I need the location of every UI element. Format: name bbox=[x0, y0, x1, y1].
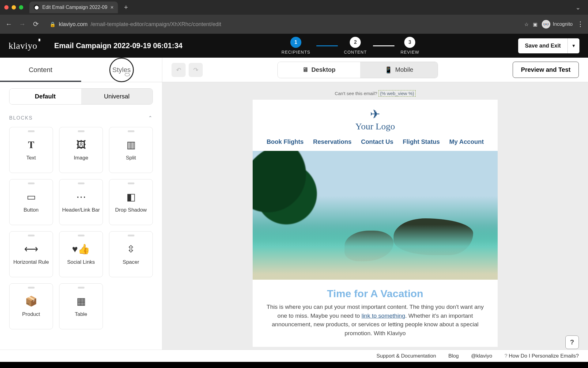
template-tag[interactable]: {% web_view %} bbox=[379, 90, 416, 97]
forward-button[interactable]: → bbox=[18, 20, 27, 29]
back-button[interactable]: ← bbox=[4, 20, 13, 29]
block-spacer[interactable]: ⇳Spacer bbox=[109, 231, 153, 277]
block-split[interactable]: ▥Split bbox=[109, 127, 153, 173]
lock-icon: 🔒 bbox=[50, 21, 56, 27]
email-headline[interactable]: Time for A Vacation bbox=[253, 280, 498, 303]
block-icon: ◧ bbox=[126, 191, 136, 203]
url-path: /email-template-editor/campaign/XhXRhc/c… bbox=[91, 21, 221, 28]
email-nav-link[interactable]: Reservations bbox=[313, 138, 352, 145]
block-label: Spacer bbox=[123, 259, 139, 265]
block-label: Split bbox=[126, 155, 136, 161]
footer-help-link[interactable]: ? How Do I Personalize Emails? bbox=[504, 353, 579, 359]
block-icon: ⋯ bbox=[76, 191, 86, 203]
email-nav-link[interactable]: Contact Us bbox=[361, 138, 394, 145]
profile-incognito[interactable]: 👓 Incognito bbox=[542, 20, 573, 29]
block-image[interactable]: 🖼Image bbox=[59, 127, 103, 173]
block-icon: ♥👍 bbox=[72, 243, 90, 255]
block-table[interactable]: ▦Table bbox=[59, 283, 103, 329]
step-recipients[interactable]: 1 RECIPIENTS bbox=[281, 37, 310, 55]
preview-and-test-button[interactable]: Preview and Test bbox=[513, 62, 579, 78]
segment-universal-button[interactable]: Universal bbox=[81, 89, 153, 104]
blocks-section-header[interactable]: BLOCKS ⌃ bbox=[9, 115, 153, 121]
block-icon: 🖼 bbox=[76, 139, 86, 151]
device-mobile-button[interactable]: 📱 Mobile bbox=[360, 62, 438, 78]
save-dropdown-button[interactable]: ▼ bbox=[567, 38, 579, 53]
body-link[interactable]: link to something bbox=[361, 312, 405, 319]
block-label: Horizontal Rule bbox=[13, 259, 49, 265]
drag-grip-icon bbox=[28, 287, 35, 289]
footer-link-support[interactable]: Support & Documentation bbox=[376, 353, 436, 359]
reload-button[interactable]: ⟳ bbox=[31, 20, 40, 29]
email-preview[interactable]: ✈ Your Logo Book FlightsReservationsCont… bbox=[253, 100, 498, 347]
email-nav-link[interactable]: Flight Status bbox=[403, 138, 440, 145]
email-nav-link[interactable]: My Account bbox=[449, 138, 484, 145]
email-nav-link[interactable]: Book Flights bbox=[266, 138, 303, 145]
block-social-links[interactable]: ♥👍Social Links bbox=[59, 231, 103, 277]
email-nav-bar[interactable]: Book FlightsReservationsContact UsFlight… bbox=[253, 135, 498, 151]
browser-menu-icon[interactable]: ⋮ bbox=[577, 20, 584, 28]
drag-grip-icon bbox=[78, 235, 85, 236]
blocks-grid: 𝐓Text🖼Image▥Split▭Button⋯Header/Link Bar… bbox=[9, 127, 153, 329]
mobile-icon: 📱 bbox=[385, 66, 392, 74]
window-bottom-gap bbox=[0, 362, 588, 368]
block-drop-shadow[interactable]: ◧Drop Shadow bbox=[109, 179, 153, 225]
paper-plane-icon: ✈ bbox=[253, 107, 498, 121]
wave-illustration bbox=[253, 224, 498, 280]
footer-link-blog[interactable]: Blog bbox=[448, 353, 459, 359]
maximize-window-icon[interactable] bbox=[19, 5, 23, 10]
block-text[interactable]: 𝐓Text bbox=[9, 127, 53, 173]
step-content[interactable]: 2 CONTENT bbox=[344, 37, 367, 55]
minimize-window-icon[interactable] bbox=[12, 5, 16, 10]
incognito-icon: 👓 bbox=[542, 20, 550, 29]
save-button-group: Save and Exit ▼ bbox=[518, 38, 579, 53]
new-tab-button[interactable]: + bbox=[121, 3, 131, 11]
browser-tab[interactable]: ⬤ Edit Email Campaign 2022-09 × bbox=[29, 2, 118, 13]
sidebar-tabs: Content Styles ⬭ bbox=[0, 58, 162, 82]
url-input[interactable]: 🔒 klaviyo.com/email-template-editor/camp… bbox=[45, 18, 520, 30]
block-button[interactable]: ▭Button bbox=[9, 179, 53, 225]
block-label: Header/Link Bar bbox=[62, 207, 100, 213]
tab-overflow-icon[interactable]: ⌄ bbox=[572, 4, 584, 11]
block-label: Table bbox=[75, 311, 87, 317]
chevron-up-icon: ⌃ bbox=[148, 115, 153, 121]
block-icon: ▥ bbox=[126, 139, 136, 151]
desktop-icon: 🖥 bbox=[302, 66, 308, 73]
window-controls bbox=[4, 5, 23, 10]
save-and-exit-button[interactable]: Save and Exit bbox=[518, 38, 567, 53]
drag-grip-icon bbox=[28, 182, 35, 184]
block-product[interactable]: 📦Product bbox=[9, 283, 53, 329]
tab-content[interactable]: Content bbox=[0, 58, 81, 82]
redo-button[interactable]: ↷ bbox=[189, 63, 203, 77]
favicon-icon: ⬤ bbox=[34, 5, 39, 10]
block-label: Social Links bbox=[67, 259, 95, 265]
drag-grip-icon bbox=[128, 235, 134, 236]
undo-button[interactable]: ↶ bbox=[172, 63, 186, 77]
email-logo-block[interactable]: ✈ Your Logo bbox=[253, 100, 498, 135]
bookmark-icon[interactable]: ☆ bbox=[524, 21, 529, 27]
email-body-text[interactable]: This is where you can put your most impo… bbox=[253, 303, 498, 347]
block-icon: ▭ bbox=[27, 191, 36, 203]
extensions-icon[interactable]: ▣ bbox=[533, 21, 537, 27]
wizard-steps: 1 RECIPIENTS 2 CONTENT 3 REVIEW bbox=[281, 37, 419, 55]
tab-styles[interactable]: Styles ⬭ bbox=[81, 58, 162, 82]
device-desktop-button[interactable]: 🖥 Desktop bbox=[278, 62, 360, 78]
incognito-label: Incognito bbox=[553, 21, 573, 27]
brand-logo[interactable]: klaviyo▘ bbox=[9, 40, 42, 51]
tab-close-icon[interactable]: × bbox=[111, 4, 114, 11]
block-icon: ⟷ bbox=[24, 243, 38, 255]
drag-grip-icon bbox=[128, 130, 134, 132]
block-label: Drop Shadow bbox=[115, 207, 147, 213]
drag-grip-icon bbox=[78, 287, 85, 289]
footer-link-twitter[interactable]: @klaviyo bbox=[471, 353, 492, 359]
block-header-link-bar[interactable]: ⋯Header/Link Bar bbox=[59, 179, 103, 225]
editor-toolbar: Content Styles ⬭ ↶ ↷ 🖥 Desktop 📱 Mobile … bbox=[0, 58, 588, 82]
help-fab-button[interactable]: ? bbox=[565, 335, 579, 349]
step-review[interactable]: 3 REVIEW bbox=[401, 37, 419, 55]
email-hero-image[interactable] bbox=[253, 151, 498, 280]
drag-grip-icon bbox=[78, 130, 85, 132]
segment-default-button[interactable]: Default bbox=[9, 89, 81, 104]
close-window-icon[interactable] bbox=[4, 5, 9, 10]
app-header: klaviyo▘ Email Campaign 2022-09-19 06:01… bbox=[0, 34, 588, 58]
block-horizontal-rule[interactable]: ⟷Horizontal Rule bbox=[9, 231, 53, 277]
cursor-icon: ⬭ bbox=[125, 71, 130, 78]
